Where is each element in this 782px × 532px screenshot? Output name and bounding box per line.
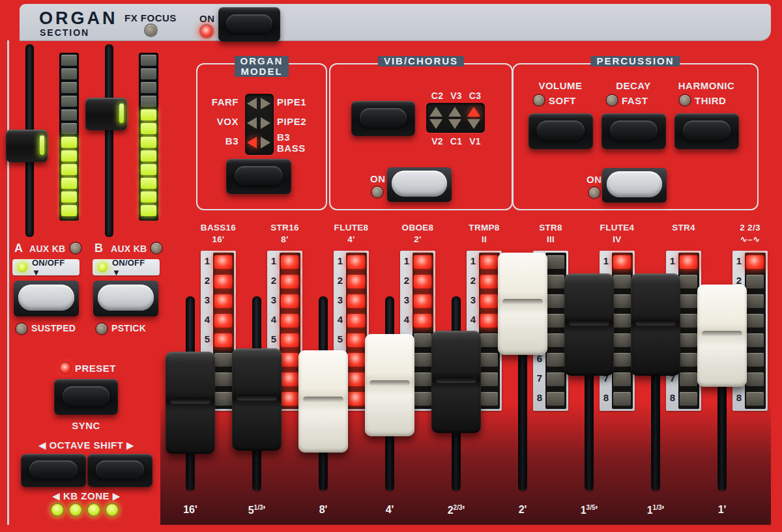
drawbar-led bbox=[480, 392, 498, 406]
organ-on-led bbox=[201, 25, 212, 37]
drawbar-fader-stem bbox=[187, 454, 194, 490]
zone-a-onoff-label: ON/OFF ▼ bbox=[32, 258, 74, 277]
drawbar-led bbox=[414, 255, 431, 269]
drawbar-led bbox=[547, 255, 564, 269]
zone-a-button[interactable] bbox=[14, 281, 79, 316]
meter-segment bbox=[141, 68, 156, 79]
zone-b-onoff[interactable]: ON/OFF ▼ bbox=[93, 259, 160, 275]
percussion-decay-button[interactable] bbox=[601, 113, 666, 149]
meter-segment bbox=[61, 150, 77, 161]
zone-b-onoff-led bbox=[98, 262, 108, 272]
vib-chorus-button[interactable] bbox=[351, 101, 415, 136]
percussion-on-button[interactable] bbox=[602, 168, 667, 203]
drawbar-led bbox=[746, 392, 764, 406]
drawbar-led bbox=[680, 333, 697, 347]
drawbar-led bbox=[746, 353, 764, 367]
vib-v2-label: V2 bbox=[427, 136, 447, 147]
percussion-box: PERCUSSION VOLUME SOFT DECAY FAST HARMON… bbox=[512, 63, 759, 210]
drawbar-footage-label: 4' bbox=[357, 504, 422, 516]
octave-shift-up-button[interactable] bbox=[87, 454, 152, 487]
drawbar-fader-stem bbox=[519, 355, 526, 490]
kb-zone-led bbox=[88, 504, 100, 516]
drawbar-led bbox=[214, 372, 232, 386]
meter-segment bbox=[61, 96, 77, 107]
zone-b-button[interactable] bbox=[93, 281, 158, 316]
drawbar-footage-label: 1' bbox=[689, 504, 755, 516]
drawbar-fader-stem bbox=[586, 376, 592, 490]
drawbar-scale-number: 2 bbox=[202, 275, 212, 286]
percussion-soft-label: SOFT bbox=[549, 95, 576, 106]
drawbar-led bbox=[480, 255, 498, 269]
drawbar-led bbox=[214, 353, 232, 367]
drawbar-fader-handle[interactable] bbox=[431, 331, 481, 433]
percussion-harmonic-button[interactable] bbox=[674, 113, 739, 149]
meter-segment bbox=[141, 96, 156, 107]
drawbar-fader-handle[interactable] bbox=[365, 334, 414, 436]
percussion-volume-button[interactable] bbox=[529, 113, 593, 149]
drawbar-led bbox=[613, 314, 631, 328]
drawbar-led bbox=[414, 314, 431, 328]
organ-model-left-led-farf bbox=[247, 98, 257, 109]
drawbar-led bbox=[746, 372, 764, 386]
meter-segment bbox=[141, 178, 156, 189]
drawbar-led bbox=[281, 314, 298, 328]
drawbar-scale-number: 5 bbox=[202, 333, 212, 344]
drawbar-led bbox=[746, 314, 764, 328]
drawbar-label: STR4 bbox=[648, 222, 719, 234]
drawbar-fader-handle[interactable] bbox=[298, 350, 348, 453]
drawbar-led bbox=[547, 353, 564, 367]
drawbar-scale-number: 1 bbox=[268, 255, 279, 266]
pstick-label: PSTICK bbox=[111, 323, 146, 333]
drawbar-led bbox=[347, 275, 365, 288]
meter-segment bbox=[141, 164, 156, 175]
octave-shift-down-button[interactable] bbox=[21, 454, 86, 487]
percussion-on-led bbox=[589, 188, 600, 198]
organ-model-pipe2-label: PIPE2 bbox=[277, 116, 306, 127]
drawbar-label: BASS16 16' bbox=[182, 222, 254, 245]
organ-on-label: ON bbox=[199, 13, 215, 24]
drawbar-led bbox=[214, 255, 232, 269]
drawbar-led bbox=[414, 372, 431, 386]
sync-button[interactable] bbox=[54, 379, 118, 415]
drawbar-fader-stem bbox=[253, 451, 260, 490]
meter-segment bbox=[61, 205, 77, 216]
percussion-fast-label: FAST bbox=[622, 95, 648, 106]
vib-on-button[interactable] bbox=[387, 167, 452, 202]
drawbar-scale-number: 4 bbox=[268, 314, 279, 325]
drawbar-led bbox=[613, 353, 631, 367]
drawbar-fader-handle[interactable] bbox=[631, 273, 680, 376]
drawbar-fader-stem bbox=[652, 376, 659, 490]
percussion-decay-label: DECAY bbox=[601, 80, 666, 91]
zone-a-letter: A bbox=[14, 242, 23, 255]
drawbar-fader-handle[interactable] bbox=[564, 273, 614, 376]
drawbar-fader-handle[interactable] bbox=[166, 352, 215, 454]
zone-a-onoff[interactable]: ON/OFF ▼ bbox=[12, 259, 80, 275]
organ-model-right-led bbox=[261, 137, 270, 148]
drawbar-scale-number: 1 bbox=[667, 255, 678, 266]
drawbar-label: STR16 8' bbox=[249, 222, 321, 245]
level-a-slider-handle[interactable] bbox=[6, 130, 48, 162]
drawbar-scale-number: 2 bbox=[468, 275, 478, 286]
drawbar-fader-handle[interactable] bbox=[498, 253, 547, 355]
zone-b-aux-label: AUX KB bbox=[111, 244, 147, 254]
drawbar-scale-number: 3 bbox=[202, 294, 212, 305]
drawbar-led bbox=[547, 314, 564, 328]
drawbar-label: OBOE8 2' bbox=[382, 222, 454, 245]
drawbar-label: TRMP8 II bbox=[448, 222, 520, 245]
drawbar-fader-handle[interactable] bbox=[697, 285, 747, 387]
drawbar-led bbox=[480, 372, 498, 386]
drawbar-led bbox=[746, 255, 764, 269]
vib-chorus-up-led-c2 bbox=[429, 107, 442, 117]
level-b-slider-handle[interactable] bbox=[85, 98, 127, 130]
fx-focus-led bbox=[145, 25, 156, 36]
drawbar-fader-handle[interactable] bbox=[232, 348, 282, 451]
drawbar-led bbox=[414, 353, 431, 367]
drawbar-scale-number: 1 bbox=[468, 255, 478, 266]
meter-segment bbox=[141, 123, 156, 134]
organ-model-button[interactable] bbox=[226, 159, 291, 194]
organ-on-button[interactable] bbox=[218, 7, 280, 42]
vib-chorus-up-led-v3 bbox=[448, 107, 461, 117]
organ-model-box: ORGAN MODEL FARF VOX B3 PIPE1 PIPE2 B3 B… bbox=[196, 63, 327, 210]
drawbar-led bbox=[281, 353, 298, 367]
drawbar-led bbox=[281, 255, 298, 269]
